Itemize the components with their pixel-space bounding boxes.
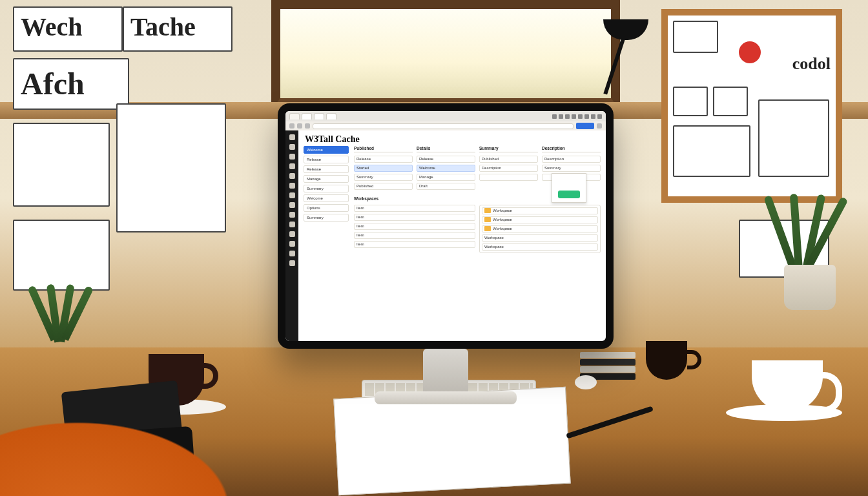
app-content: W3Tall Cache Welcome Release Release Man… xyxy=(298,130,606,341)
card-action-button[interactable] xyxy=(558,191,580,198)
sidebar-item[interactable]: Summary xyxy=(304,214,349,222)
red-dot-icon xyxy=(739,41,761,63)
list-item[interactable]: Item xyxy=(354,232,475,239)
workspace-row[interactable]: Workspace xyxy=(482,225,598,232)
menu-icon[interactable] xyxy=(597,123,602,129)
room-window xyxy=(271,0,620,110)
grid-cell[interactable]: Draft xyxy=(417,183,475,190)
workspace-row[interactable]: Workspace xyxy=(482,207,598,214)
browser-tab[interactable] xyxy=(326,113,336,119)
rail-ext-icon[interactable] xyxy=(289,183,295,189)
grid-cell[interactable]: Manage xyxy=(417,174,475,181)
sidebar-item[interactable]: Welcome xyxy=(304,194,349,202)
list-item[interactable]: Item xyxy=(354,205,475,212)
sidebar-item[interactable]: Manage xyxy=(304,175,349,183)
tabstrip-icons xyxy=(552,114,602,119)
workspace-row[interactable]: Workspace xyxy=(482,234,598,242)
sidebar-item[interactable]: Release xyxy=(304,165,349,173)
rail-search-icon[interactable] xyxy=(289,154,295,160)
reload-icon[interactable] xyxy=(305,123,310,129)
column-header: Summary xyxy=(479,146,538,152)
app-title: W3Tall Cache xyxy=(298,130,606,146)
wb-card xyxy=(713,87,748,116)
workspace-row[interactable]: Workspace xyxy=(482,243,598,251)
grid-cell[interactable]: Release xyxy=(417,156,475,163)
browser-tab[interactable] xyxy=(289,113,300,119)
tabstrip-icon[interactable] xyxy=(578,114,583,119)
rail-item-icon[interactable] xyxy=(289,192,295,198)
tabstrip-icon[interactable] xyxy=(559,114,563,119)
mouse xyxy=(575,375,597,389)
monitor-foot xyxy=(375,391,517,404)
plant-right xyxy=(771,194,849,310)
rail-item-icon[interactable] xyxy=(289,212,295,218)
tabstrip-icon[interactable] xyxy=(584,114,589,119)
folder-icon xyxy=(484,217,491,222)
browser-tabstrip xyxy=(285,111,606,121)
wb-card xyxy=(673,87,708,116)
wb-card xyxy=(673,125,750,177)
back-icon[interactable] xyxy=(289,123,294,129)
list-item[interactable]: Item xyxy=(354,214,475,221)
forward-icon[interactable] xyxy=(297,123,302,129)
tabstrip-icon[interactable] xyxy=(552,114,557,119)
folder-icon xyxy=(484,208,491,213)
sidebar-item[interactable]: Release xyxy=(304,156,349,163)
folder-icon xyxy=(484,226,491,231)
monitor: W3Tall Cache Welcome Release Release Man… xyxy=(278,103,614,349)
tabstrip-icon[interactable] xyxy=(572,114,576,119)
rail-home-icon[interactable] xyxy=(289,134,295,140)
activity-rail xyxy=(285,130,298,341)
grid-cell[interactable]: Published xyxy=(479,156,538,163)
sidebar: Welcome Release Release Manage Summary W… xyxy=(304,146,349,336)
wall-right-whiteboard: codol xyxy=(661,9,842,203)
sidebar-item[interactable]: Welcome xyxy=(304,146,349,154)
sidebar-item[interactable]: Options xyxy=(304,204,349,212)
wall-note-afch: Afch xyxy=(13,58,129,110)
grid-cell[interactable]: Started xyxy=(354,165,413,172)
wall-note-wech: Wech xyxy=(13,6,123,52)
grid-cell[interactable]: Description xyxy=(542,156,601,163)
grid-cell[interactable]: Welcome xyxy=(417,165,475,172)
browser-primary-button[interactable] xyxy=(576,123,594,129)
grid-cell[interactable]: Release xyxy=(354,156,413,163)
browser-tab[interactable] xyxy=(314,113,324,119)
screen: W3Tall Cache Welcome Release Release Man… xyxy=(285,111,606,341)
floating-card xyxy=(552,173,586,203)
grid-cell[interactable]: Published xyxy=(354,183,413,190)
grid-cell[interactable]: Description xyxy=(479,165,538,172)
list-item[interactable]: Item xyxy=(354,241,475,248)
tabstrip-icon[interactable] xyxy=(565,114,570,119)
rail-files-icon[interactable] xyxy=(289,144,295,150)
wall-grid-1 xyxy=(13,123,110,207)
sidebar-item[interactable]: Summary xyxy=(304,185,349,192)
wall-left-notes: Wech Tache Afch xyxy=(13,6,258,291)
rail-source-icon[interactable] xyxy=(289,163,295,169)
grid-cell[interactable]: Summary xyxy=(542,165,601,172)
rail-item-icon[interactable] xyxy=(289,202,295,208)
rail-item-icon[interactable] xyxy=(289,231,295,237)
rail-gear-icon[interactable] xyxy=(289,260,295,266)
wb-card xyxy=(758,99,829,177)
wall-note-tache: Tache xyxy=(123,6,232,52)
workspace-row[interactable]: Workspace xyxy=(482,216,598,223)
address-input[interactable] xyxy=(313,123,574,129)
wall-grid-3 xyxy=(13,220,110,291)
column-header: Published xyxy=(354,146,413,152)
app-body: W3Tall Cache Welcome Release Release Man… xyxy=(285,130,606,341)
rail-debug-icon[interactable] xyxy=(289,173,295,179)
tabstrip-icon[interactable] xyxy=(591,114,595,119)
column-header: Description xyxy=(542,146,601,152)
column-header: Details xyxy=(417,146,475,152)
rail-item-icon[interactable] xyxy=(289,241,295,247)
rail-item-icon[interactable] xyxy=(289,222,295,227)
whiteboard-text-codol: codol xyxy=(792,54,831,74)
list-item[interactable]: Item xyxy=(354,223,475,230)
tabstrip-icon[interactable] xyxy=(597,114,602,119)
grid-cell[interactable]: Summary xyxy=(354,174,413,181)
rail-account-icon[interactable] xyxy=(289,251,295,256)
browser-addressbar xyxy=(285,121,606,130)
monitor-stand xyxy=(423,349,468,394)
grid-cell[interactable] xyxy=(479,174,538,181)
browser-tab[interactable] xyxy=(302,113,312,119)
